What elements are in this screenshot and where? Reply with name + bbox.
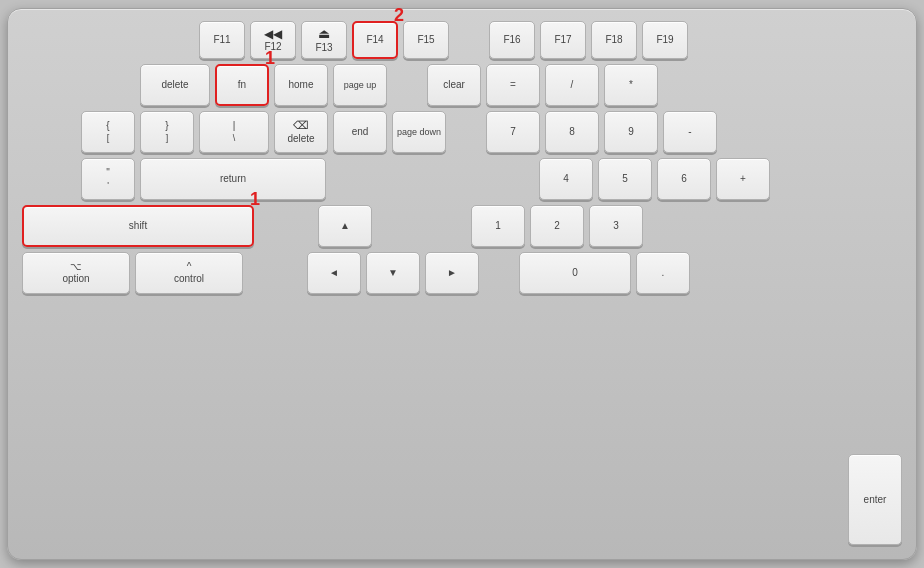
key-control[interactable]: ^ control bbox=[135, 252, 243, 294]
row-6: ⌥ option ^ control ◄ ▼ ► 0 . bbox=[22, 252, 902, 294]
key-end[interactable]: end bbox=[333, 111, 387, 153]
key-num1[interactable]: 1 bbox=[471, 205, 525, 247]
key-f13[interactable]: ⏏ F13 bbox=[301, 21, 347, 59]
row-3: { [ }] |\ ⌫ delete end page down 7 8 9 - bbox=[22, 111, 902, 153]
row-fkeys: F11 ◀◀ F12 ⏏ F13 F14 2 F15 F16 F17 F18 F… bbox=[22, 21, 902, 59]
key-num5[interactable]: 5 bbox=[598, 158, 652, 200]
key-f14[interactable]: F14 2 bbox=[352, 21, 398, 59]
keyboard: F11 ◀◀ F12 ⏏ F13 F14 2 F15 F16 F17 F18 F… bbox=[7, 8, 917, 560]
key-right[interactable]: ► bbox=[425, 252, 479, 294]
key-return[interactable]: return bbox=[140, 158, 326, 200]
key-num9[interactable]: 9 bbox=[604, 111, 658, 153]
key-num4[interactable]: 4 bbox=[539, 158, 593, 200]
key-page-down[interactable]: page down bbox=[392, 111, 446, 153]
badge-f14: 2 bbox=[394, 5, 404, 27]
key-minus-num[interactable]: - bbox=[663, 111, 717, 153]
key-fn[interactable]: fn 1 bbox=[215, 64, 269, 106]
key-decimal[interactable]: . bbox=[636, 252, 690, 294]
key-delete-backspace[interactable]: delete bbox=[140, 64, 210, 106]
key-num3[interactable]: 3 bbox=[589, 205, 643, 247]
badge-fn: 1 bbox=[265, 48, 275, 70]
key-f15[interactable]: F15 bbox=[403, 21, 449, 59]
key-delete-fwd[interactable]: ⌫ delete bbox=[274, 111, 328, 153]
key-f18[interactable]: F18 bbox=[591, 21, 637, 59]
key-num6[interactable]: 6 bbox=[657, 158, 711, 200]
key-f17[interactable]: F17 bbox=[540, 21, 586, 59]
key-close-bracket[interactable]: }] bbox=[140, 111, 194, 153]
badge-shift: 1 bbox=[250, 189, 260, 211]
key-shift-left[interactable]: shift 1 bbox=[22, 205, 254, 247]
key-open-bracket[interactable]: { [ bbox=[81, 111, 135, 153]
row-5: shift 1 ▲ 1 2 3 enter bbox=[22, 205, 902, 247]
key-num8[interactable]: 8 bbox=[545, 111, 599, 153]
key-clear[interactable]: clear bbox=[427, 64, 481, 106]
key-f16[interactable]: F16 bbox=[489, 21, 535, 59]
key-f19[interactable]: F19 bbox=[642, 21, 688, 59]
key-enter[interactable]: enter bbox=[848, 454, 902, 545]
key-page-up[interactable]: page up bbox=[333, 64, 387, 106]
key-slash-num[interactable]: / bbox=[545, 64, 599, 106]
key-backslash[interactable]: |\ bbox=[199, 111, 269, 153]
key-num7[interactable]: 7 bbox=[486, 111, 540, 153]
key-f11[interactable]: F11 bbox=[199, 21, 245, 59]
key-home[interactable]: home bbox=[274, 64, 328, 106]
key-left[interactable]: ◄ bbox=[307, 252, 361, 294]
key-equals-num[interactable]: = bbox=[486, 64, 540, 106]
row-2: delete fn 1 home page up clear = / * bbox=[22, 64, 902, 106]
key-option[interactable]: ⌥ option bbox=[22, 252, 130, 294]
key-up[interactable]: ▲ bbox=[318, 205, 372, 247]
key-asterisk-num[interactable]: * bbox=[604, 64, 658, 106]
key-down[interactable]: ▼ bbox=[366, 252, 420, 294]
key-num0[interactable]: 0 bbox=[519, 252, 631, 294]
row-4: "' return 4 5 6 + bbox=[22, 158, 902, 200]
key-plus-num[interactable]: + bbox=[716, 158, 770, 200]
key-quote[interactable]: "' bbox=[81, 158, 135, 200]
key-num2[interactable]: 2 bbox=[530, 205, 584, 247]
